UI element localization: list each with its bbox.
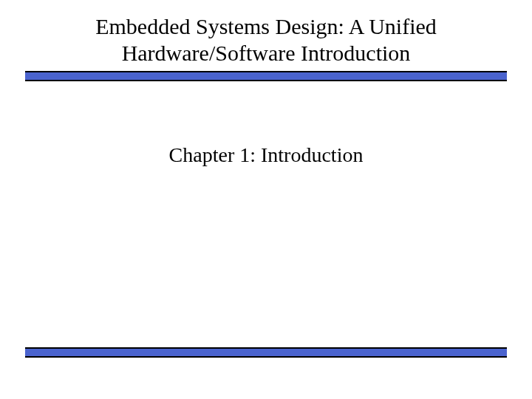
slide-title: Embedded Systems Design: A Unified Hardw… xyxy=(0,0,532,66)
slide-subtitle: Chapter 1: Introduction xyxy=(0,143,532,167)
divider-top xyxy=(25,71,507,81)
divider-bottom xyxy=(25,347,507,358)
slide: Embedded Systems Design: A Unified Hardw… xyxy=(0,0,532,399)
